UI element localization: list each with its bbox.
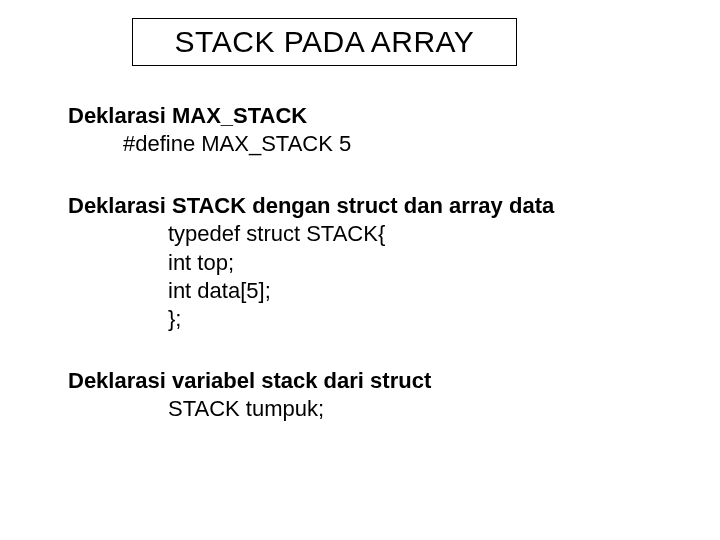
content-area: Deklarasi MAX_STACK #define MAX_STACK 5 … <box>68 102 670 423</box>
code-line: int data[5]; <box>68 277 670 305</box>
section-head-max-stack: Deklarasi MAX_STACK <box>68 102 670 130</box>
page-title: STACK PADA ARRAY <box>175 25 475 59</box>
code-line: #define MAX_STACK 5 <box>68 130 670 158</box>
code-line: typedef struct STACK{ <box>68 220 670 248</box>
section-head-struct: Deklarasi STACK dengan struct dan array … <box>68 192 670 220</box>
section-head-variable: Deklarasi variabel stack dari struct <box>68 367 670 395</box>
spacer <box>68 333 670 367</box>
spacer <box>68 158 670 192</box>
title-box: STACK PADA ARRAY <box>132 18 517 66</box>
code-line: STACK tumpuk; <box>68 395 670 423</box>
code-line: int top; <box>68 249 670 277</box>
code-line: }; <box>68 305 670 333</box>
